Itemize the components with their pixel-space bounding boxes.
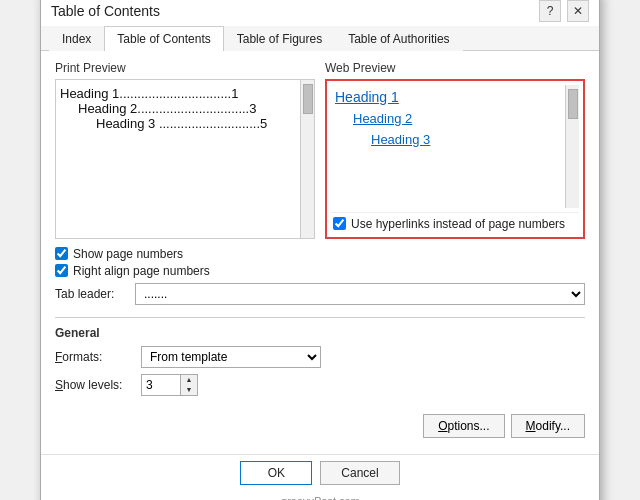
print-line-3: Heading 3 ............................5: [96, 116, 296, 131]
formats-row: Formats: From template Classic Distincti…: [55, 346, 585, 368]
close-button[interactable]: ✕: [567, 0, 589, 22]
cancel-button[interactable]: Cancel: [320, 461, 399, 485]
title-bar: Table of Contents ? ✕: [41, 0, 599, 26]
print-preview-scrollbar[interactable]: [300, 80, 314, 238]
web-preview-box: Heading 1 Heading 2 Heading 3 Use hyperl…: [325, 79, 585, 239]
web-preview-inner-wrapper: Heading 1 Heading 2 Heading 3: [331, 85, 579, 208]
web-heading-1[interactable]: Heading 1: [335, 89, 561, 105]
preview-row: Print Preview Heading 1.................…: [55, 61, 585, 239]
use-hyperlinks-label: Use hyperlinks instead of page numbers: [351, 217, 565, 231]
options-modify-row: Options... Modify...: [55, 414, 585, 438]
modify-button[interactable]: Modify...: [511, 414, 585, 438]
modify-label-rest: odify...: [536, 419, 570, 433]
web-heading-2[interactable]: Heading 2: [353, 111, 561, 126]
show-levels-row: Show levels: ▲ ▼: [55, 374, 585, 396]
tabs-bar: Index Table of Contents Table of Figures…: [41, 26, 599, 51]
print-line-2: Heading 2...............................…: [78, 101, 296, 116]
tab-toc[interactable]: Table of Contents: [104, 26, 223, 51]
print-preview-section: Print Preview Heading 1.................…: [55, 61, 315, 239]
print-preview-box: Heading 1...............................…: [55, 79, 315, 239]
formats-select[interactable]: From template Classic Distinctive Fancy …: [141, 346, 321, 368]
tab-leader-row: Tab leader: ....... (none) ------- _____…: [55, 283, 585, 305]
show-page-numbers-label: Show page numbers: [73, 247, 183, 261]
web-preview-scrollbar[interactable]: [565, 85, 579, 208]
general-section: General Formats: From template Classic D…: [55, 326, 585, 402]
options-label-underline: O: [438, 419, 447, 433]
title-bar-right: ? ✕: [539, 0, 589, 22]
show-levels-input[interactable]: [141, 374, 181, 396]
formats-label-rest: ormats:: [62, 350, 102, 364]
tab-leader-select[interactable]: ....... (none) ------- _______: [135, 283, 585, 305]
web-heading-3[interactable]: Heading 3: [371, 132, 561, 147]
general-title: General: [55, 326, 585, 340]
print-line-1: Heading 1...............................…: [60, 86, 296, 101]
web-preview-section: Web Preview Heading 1 Heading 2 Heading …: [325, 61, 585, 239]
options-label-rest: ptions...: [448, 419, 490, 433]
use-hyperlinks-checkbox[interactable]: [333, 217, 346, 230]
modify-label-underline: M: [526, 419, 536, 433]
dialog-title: Table of Contents: [51, 3, 160, 19]
watermark: groovyPost.com: [41, 495, 599, 501]
tab-authorities[interactable]: Table of Authorities: [335, 26, 462, 51]
table-of-contents-dialog: Table of Contents ? ✕ Index Table of Con…: [40, 0, 600, 500]
show-levels-label: Show levels:: [55, 378, 135, 392]
tab-index[interactable]: Index: [49, 26, 104, 51]
show-page-numbers-row: Show page numbers: [55, 247, 585, 261]
formats-label: Formats:: [55, 350, 135, 364]
show-page-numbers-checkbox[interactable]: [55, 247, 68, 260]
web-scroll-thumb: [568, 89, 578, 119]
ok-cancel-row: OK Cancel: [41, 454, 599, 495]
web-checkbox-row: Use hyperlinks instead of page numbers: [331, 212, 579, 233]
options-button[interactable]: Options...: [423, 414, 504, 438]
print-preview-label: Print Preview: [55, 61, 315, 75]
help-button[interactable]: ?: [539, 0, 561, 22]
right-align-checkbox[interactable]: [55, 264, 68, 277]
tab-leader-label: Tab leader:: [55, 287, 127, 301]
dialog-body: Print Preview Heading 1.................…: [41, 51, 599, 454]
show-levels-spin-buttons: ▲ ▼: [181, 374, 198, 396]
show-levels-label-rest: how levels:: [63, 378, 122, 392]
title-bar-left: Table of Contents: [51, 3, 160, 19]
right-align-row: Right align page numbers: [55, 264, 585, 278]
divider: [55, 317, 585, 318]
web-preview-label: Web Preview: [325, 61, 585, 75]
print-scroll-thumb: [303, 84, 313, 114]
ok-button[interactable]: OK: [240, 461, 312, 485]
show-levels-up-button[interactable]: ▲: [181, 375, 197, 385]
show-levels-label-underline: S: [55, 378, 63, 392]
print-preview-inner: Heading 1...............................…: [56, 80, 300, 238]
web-preview-inner: Heading 1 Heading 2 Heading 3: [331, 85, 565, 208]
show-levels-spinner: ▲ ▼: [141, 374, 198, 396]
tab-figures[interactable]: Table of Figures: [224, 26, 335, 51]
right-align-label: Right align page numbers: [73, 264, 210, 278]
show-levels-down-button[interactable]: ▼: [181, 385, 197, 395]
